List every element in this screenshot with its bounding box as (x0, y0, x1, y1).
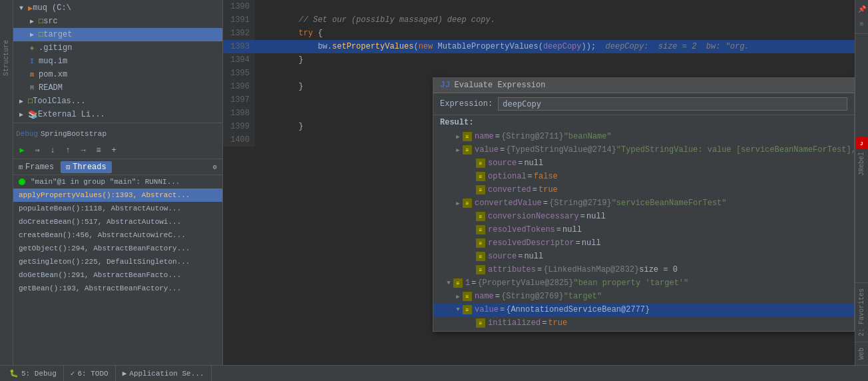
threads-tab[interactable]: ⊡ Threads (61, 161, 111, 173)
frame-item-0[interactable]: applyPropertyValues():1393, Abstract... (13, 189, 222, 202)
line-content-1392: try { (255, 29, 323, 38)
line-content-1393: bw.setPropertyValues(new MutableProperty… (255, 42, 750, 51)
frames-icon: ⊞ (19, 163, 23, 171)
springbootstrap-tab[interactable]: SpringBootstrap (41, 130, 107, 138)
code-line-1394: 1394 } (223, 53, 855, 67)
result-row-name2[interactable]: ▶ ≡ name = {String@2769} "target" (433, 290, 854, 303)
eval-expression-row: Expression: (433, 93, 854, 115)
field-icon: ≡ (476, 238, 485, 248)
field-val: "TypedStringValue: value [serviceBeanNam… (616, 145, 854, 155)
todo-icon: ✓ (71, 369, 75, 378)
structure-label[interactable]: Structure (3, 40, 10, 76)
tree-item-muq-iml[interactable]: I muq.im (13, 55, 222, 68)
result-row-attributes: ≡ attributes = {LinkedHashMap@2832} size… (433, 263, 854, 276)
favorites-label[interactable]: 2: Favorites (857, 286, 867, 339)
tree-item-toolclass[interactable]: ▶ □ ToolClas... (13, 95, 222, 108)
tree-item-gitignore[interactable]: ◆ .gitign (13, 41, 222, 55)
field-name: value (475, 305, 499, 314)
field-name: initialized (488, 318, 541, 328)
line-num-1399: 1399 (223, 120, 255, 133)
tree-item-pom[interactable]: m pom.xm (13, 68, 222, 81)
right-side-panels: 📌 ≡ J JRebel 2: Favorites Web (855, 0, 868, 365)
result-row-initialized: ≡ initialized = true (433, 316, 854, 330)
frame-item-5[interactable]: getSingleton():225, DefaultSingleton... (13, 255, 222, 268)
tree-label: muq.im (39, 57, 67, 66)
expand-icon: ▶ (27, 29, 37, 40)
tree-item-readme[interactable]: M READM (13, 81, 222, 95)
frames-label: Frames (25, 163, 54, 172)
pin-icon[interactable]: 📌 (855, 3, 869, 16)
frame-label-1: populateBean():1118, AbstractAutow... (19, 204, 181, 212)
step-out-btn[interactable]: ↑ (61, 143, 75, 158)
field-eq: = (556, 225, 561, 234)
rebel-section: J JRebel (855, 34, 868, 282)
expand-arrow: ▶ (453, 292, 463, 301)
expression-input[interactable] (498, 97, 847, 111)
field-name: resolvedDescriptor (488, 238, 574, 248)
resume-btn[interactable]: ▶ (15, 143, 29, 158)
debug-status-label: 5: Debug (21, 370, 57, 378)
tree-item-muq[interactable]: ▼ ▶ muq (C:\ (13, 1, 222, 15)
status-tab-debug[interactable]: 🐛 5: Debug (3, 366, 64, 382)
result-row-value2[interactable]: ▼ ≡ value = {AnnotationedServiceBean@277… (433, 303, 854, 316)
field-icon: ≡ (476, 185, 485, 194)
thread-main[interactable]: "main"@1 in group "main": RUNNI... (13, 175, 222, 189)
result-row-convnec: ≡ conversionNecessary = null (433, 210, 854, 223)
status-bar: 🐛 5: Debug ✓ 6: TODO ▶ Application Se... (0, 365, 868, 381)
frame-item-2[interactable]: doCreateBean():517, AbstractAutowi... (13, 215, 222, 228)
frame-item-4[interactable]: getObject():294, AbstractBeanFactory... (13, 242, 222, 255)
eval-result-panel: ▶ ≡ name = {String@2711} "beanName" ▶ ≡ … (433, 129, 854, 331)
frame-label-7: getBean():193, AbstractBeanFactory... (19, 284, 181, 292)
code-line-1393: 1393 bw.setPropertyValues(new MutablePro… (223, 40, 855, 53)
evaluate-btn[interactable]: ≡ (91, 143, 106, 158)
frames-tab[interactable]: ⊞ Frames (13, 161, 59, 173)
result-row-1[interactable]: ▼ ≡ 1 = {PropertyValue@2825} "bean prope… (433, 276, 854, 290)
tree-item-src[interactable]: ▶ □ src (13, 15, 222, 28)
expand-arrow: ▼ (453, 305, 463, 314)
frames-threads-tabs: ⊞ Frames ⊡ Threads ⚙ (13, 159, 222, 175)
frame-item-1[interactable]: populateBean():1118, AbstractAutow... (13, 202, 222, 215)
result-row-convertedvalue[interactable]: ▶ ≡ convertedValue = {String@2719} "serv… (433, 196, 854, 210)
step-into-btn[interactable]: ↓ (45, 143, 60, 158)
threads-settings-btn[interactable]: ⚙ (208, 160, 222, 175)
frame-item-3[interactable]: createBean():456, AbstractAutowireC... (13, 228, 222, 242)
status-tab-application[interactable]: ▶ Application Se... (116, 366, 212, 382)
frame-label-3: createBean():456, AbstractAutowireC... (19, 231, 186, 239)
more-btn[interactable]: + (107, 143, 121, 158)
field-name: source (488, 159, 517, 168)
web-label[interactable]: Web (857, 345, 867, 362)
result-row-value[interactable]: ▶ ≡ value = {TypedStringValue@2714} "Typ… (433, 143, 854, 157)
run-cursor-btn[interactable]: → (76, 143, 91, 158)
settings-icon[interactable]: ≡ (855, 17, 869, 31)
field-name: name (475, 132, 494, 141)
status-tab-todo[interactable]: ✓ 6: TODO (64, 366, 116, 382)
tree-item-target[interactable]: ▶ □ target (13, 28, 222, 41)
field-icon: ≡ (463, 305, 472, 314)
tree-item-external[interactable]: ▶ 📚 External Li... (13, 108, 222, 121)
web-section: Web (855, 342, 868, 365)
field-val: "serviceBeanNameForTest" (612, 198, 727, 208)
result-row-optional: ≡ optional = false (433, 170, 854, 183)
structure-panel-tab: Structure (0, 0, 13, 365)
application-icon: ▶ (122, 369, 127, 378)
line-content-1396: } (255, 82, 304, 91)
threads-label: Threads (73, 163, 106, 172)
frame-item-7[interactable]: getBean():193, AbstractBeanFactory... (13, 282, 222, 295)
line-num-1395: 1395 (223, 67, 255, 80)
field-val: true (539, 185, 558, 194)
field-val: null (582, 238, 601, 248)
field-eq: = (580, 212, 585, 221)
line-num-1391: 1391 (223, 13, 255, 27)
frame-item-6[interactable]: doGetBean():291, AbstractBeanFacto... (13, 268, 222, 282)
field-eq: = (543, 198, 548, 208)
step-over-btn[interactable]: ⇒ (30, 143, 45, 158)
field-eq: = (495, 132, 500, 141)
field-ref: {String@2769} (501, 292, 564, 301)
kw-new: new (419, 42, 433, 51)
debug-tab[interactable]: Debug (16, 130, 38, 138)
expand-icon: ▶ (16, 96, 27, 107)
field-val: "beanName" (564, 132, 612, 141)
result-row-name[interactable]: ▶ ≡ name = {String@2711} "beanName" (433, 130, 854, 143)
line-num-1390: 1390 (223, 0, 255, 13)
rebel-button[interactable]: J (856, 137, 868, 149)
